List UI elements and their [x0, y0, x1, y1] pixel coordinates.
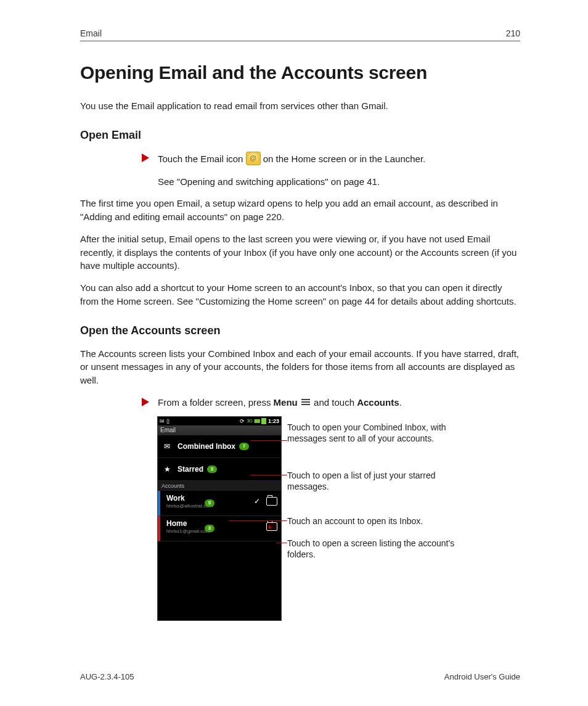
account-home-badge: 3	[205, 525, 214, 532]
open-email-p3: You can also add a shortcut to your Home…	[80, 281, 520, 308]
phone-screenshot: ✉ ▯ ⟳ 3G ▮▮▮ 1:23 Email ✉ Combined Inbox…	[158, 417, 281, 620]
combined-inbox-badge: 7	[239, 443, 249, 450]
open-email-action: Touch the Email icon on the Home screen …	[142, 152, 520, 166]
running-header: Email 210	[80, 28, 520, 41]
menu-icon	[301, 398, 310, 406]
email-app-icon	[246, 152, 261, 165]
clock: 1:23	[268, 418, 279, 424]
open-accounts-heading: Open the Accounts screen	[80, 324, 520, 337]
open-accounts-p1: The Accounts screen lists your Combined …	[80, 347, 520, 387]
see-reference: See "Opening and switching applications"…	[158, 175, 520, 189]
page-title: Opening Email and the Accounts screen	[80, 62, 520, 83]
action-accounts-prefix: From a folder screen, press	[158, 397, 274, 408]
header-section: Email	[80, 28, 102, 38]
account-work-badge: 5	[205, 499, 214, 507]
menu-label: Menu	[274, 397, 298, 408]
open-email-heading: Open Email	[80, 129, 520, 142]
header-page-number: 210	[506, 28, 520, 38]
account-work-name: Work	[166, 494, 185, 503]
accounts-section-label: Accounts	[158, 481, 281, 491]
footer-left: AUG-2.3.4-105	[80, 672, 134, 681]
bullet-icon	[142, 154, 149, 162]
callout-combined: Touch to open your Combined Inbox, with …	[287, 422, 460, 445]
signal-bars-icon: ▮▮▮	[254, 418, 259, 424]
starred-badge: 3	[207, 466, 217, 473]
open-accounts-action: From a folder screen, press Menu and tou…	[142, 396, 520, 409]
accounts-label: Accounts	[357, 397, 399, 408]
folder-icon[interactable]	[266, 522, 277, 531]
action-text-prefix: Touch the Email icon	[158, 154, 246, 164]
callout-folder: Touch to open a screen listing the accou…	[287, 538, 460, 561]
starred-row[interactable]: ★ Starred 3	[158, 458, 281, 481]
combined-inbox-label: Combined Inbox	[178, 442, 235, 451]
open-email-p2: After the initial setup, Email opens to …	[80, 232, 520, 273]
action-accounts-suffix: .	[399, 397, 402, 408]
account-home-name: Home	[166, 519, 187, 528]
combined-inbox-row[interactable]: ✉ Combined Inbox 7	[158, 435, 281, 458]
action-accounts-middle: and touch	[314, 397, 357, 408]
callout-account: Touch an account to open its Inbox.	[287, 515, 460, 527]
bullet-icon	[142, 398, 149, 406]
star-icon: ★	[161, 465, 173, 474]
status-icon: ▯	[166, 418, 169, 424]
footer: AUG-2.3.4-105 Android User's Guide	[80, 672, 520, 681]
signal-3g-icon: 3G	[247, 418, 252, 424]
battery-icon	[261, 418, 266, 424]
account-home-email: hbriss1@gmail.com	[166, 528, 210, 534]
app-titlebar: Email	[158, 425, 281, 435]
inbox-icon: ✉	[161, 442, 173, 451]
check-icon: ✓	[254, 497, 260, 506]
open-email-p1: The first time you open Email, a setup w…	[80, 197, 520, 224]
action-text-suffix: on the Home screen or in the Launcher.	[263, 154, 426, 164]
status-icon: ✉	[160, 418, 165, 424]
account-work-row[interactable]: Work hbriss@altostrat.com 5 ✓	[158, 491, 281, 516]
footer-right: Android User's Guide	[444, 672, 520, 681]
intro-paragraph: You use the Email application to read em…	[80, 99, 520, 113]
folder-icon[interactable]	[266, 497, 277, 506]
callout-starred: Touch to open a list of just your starre…	[287, 470, 460, 493]
sync-icon: ⟳	[240, 418, 245, 424]
starred-label: Starred	[178, 465, 203, 474]
status-bar: ✉ ▯ ⟳ 3G ▮▮▮ 1:23	[158, 417, 281, 425]
